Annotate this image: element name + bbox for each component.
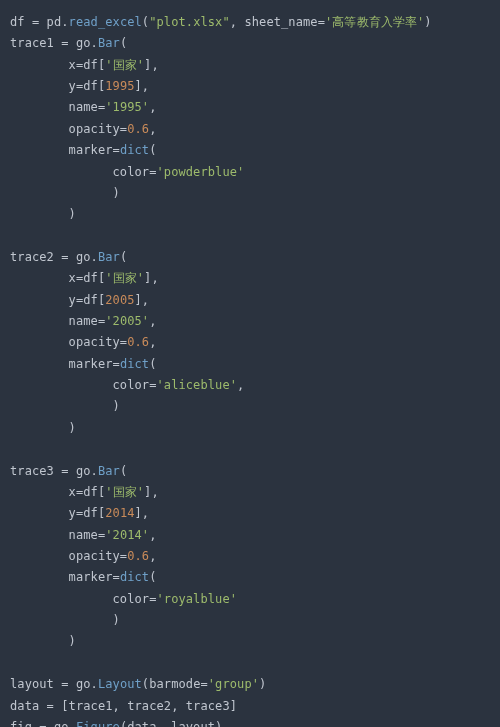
number-literal: 2005 <box>105 293 134 307</box>
code-line: marker= <box>10 570 120 584</box>
punct: , <box>149 335 156 349</box>
fn-call: dict <box>120 570 149 584</box>
code-line: x=df[ <box>10 271 105 285</box>
string-literal: '国家' <box>105 271 144 285</box>
punct: ], <box>144 485 159 499</box>
code-line: trace1 = go. <box>10 36 98 50</box>
fn-call: dict <box>120 143 149 157</box>
fn-call: Layout <box>98 677 142 691</box>
punct: (barmode= <box>142 677 208 691</box>
punct: , <box>237 378 244 392</box>
code-line: opacity= <box>10 335 127 349</box>
string-literal: '2014' <box>105 528 149 542</box>
string-literal: '1995' <box>105 100 149 114</box>
punct: , <box>149 549 156 563</box>
code-line: trace3 = go. <box>10 464 98 478</box>
punct: ], <box>135 79 150 93</box>
fn-call: Bar <box>98 36 120 50</box>
code-block: df = pd.read_excel("plot.xlsx", sheet_na… <box>0 0 500 727</box>
code-line: name= <box>10 314 105 328</box>
code-line: ) <box>10 421 76 435</box>
punct: , <box>149 122 156 136</box>
string-literal: 'powderblue' <box>157 165 245 179</box>
punct: , sheet_name= <box>230 15 325 29</box>
fn-call: Bar <box>98 464 120 478</box>
fn-call: Bar <box>98 250 120 264</box>
code-line: opacity= <box>10 122 127 136</box>
number-literal: 2014 <box>105 506 134 520</box>
code-line: x=df[ <box>10 58 105 72</box>
string-literal: "plot.xlsx" <box>149 15 230 29</box>
fn-call: Figure <box>76 720 120 727</box>
punct: ], <box>135 506 150 520</box>
string-literal: '2005' <box>105 314 149 328</box>
number-literal: 0.6 <box>127 549 149 563</box>
code-line: color= <box>10 165 157 179</box>
punct: , <box>149 314 156 328</box>
punct: ( <box>120 464 127 478</box>
punct: ( <box>149 570 156 584</box>
code-line: name= <box>10 100 105 114</box>
number-literal: 0.6 <box>127 335 149 349</box>
number-literal: 0.6 <box>127 122 149 136</box>
code-line: fig = go. <box>10 720 76 727</box>
punct: ( <box>120 36 127 50</box>
code-line: df = pd. <box>10 15 69 29</box>
punct: , <box>149 528 156 542</box>
code-line: ) <box>10 186 120 200</box>
code-line: name= <box>10 528 105 542</box>
string-literal: 'royalblue' <box>157 592 238 606</box>
code-line: ) <box>10 399 120 413</box>
punct: ( <box>149 143 156 157</box>
code-line: data = [trace1, trace2, trace3] <box>10 699 237 713</box>
punct: ], <box>144 58 159 72</box>
code-line: marker= <box>10 357 120 371</box>
punct: ) <box>424 15 431 29</box>
code-line: ) <box>10 613 120 627</box>
code-line: ) <box>10 634 76 648</box>
string-literal: '国家' <box>105 485 144 499</box>
code-line: marker= <box>10 143 120 157</box>
punct: ) <box>259 677 266 691</box>
code-line: trace2 = go. <box>10 250 98 264</box>
code-line: opacity= <box>10 549 127 563</box>
number-literal: 1995 <box>105 79 134 93</box>
fn-call: read_excel <box>69 15 142 29</box>
string-literal: 'group' <box>208 677 259 691</box>
punct: ], <box>144 271 159 285</box>
punct: ], <box>135 293 150 307</box>
code-line: layout = go. <box>10 677 98 691</box>
punct: ( <box>149 357 156 371</box>
punct: ( <box>120 250 127 264</box>
code-line: x=df[ <box>10 485 105 499</box>
code-line: color= <box>10 592 157 606</box>
fn-call: dict <box>120 357 149 371</box>
punct: , <box>149 100 156 114</box>
code-line: y=df[ <box>10 506 105 520</box>
code-line: y=df[ <box>10 293 105 307</box>
string-literal: '国家' <box>105 58 144 72</box>
string-literal: 'aliceblue' <box>157 378 238 392</box>
string-literal: '高等教育入学率' <box>325 15 424 29</box>
code-line: color= <box>10 378 157 392</box>
code-line: y=df[ <box>10 79 105 93</box>
punct: (data, layout) <box>120 720 223 727</box>
code-line: ) <box>10 207 76 221</box>
